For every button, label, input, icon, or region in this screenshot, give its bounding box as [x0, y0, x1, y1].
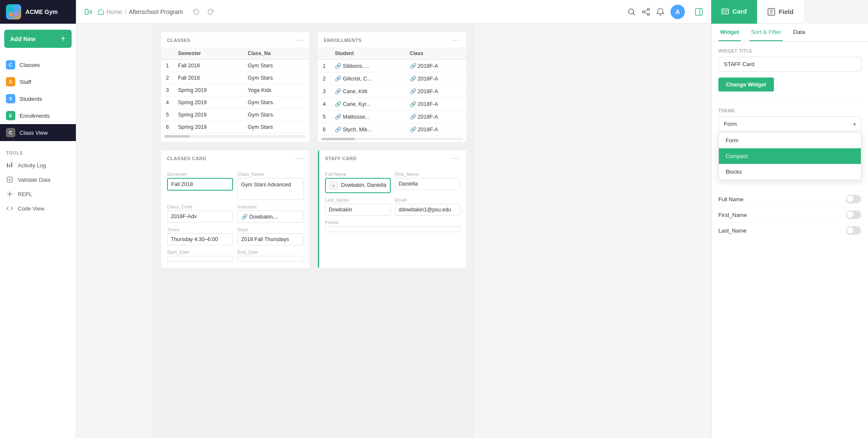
table-row[interactable]: 3 Spring 2019 Yoga Kids — [161, 84, 309, 97]
table-row[interactable]: 3 🔗Cane, Kitti 🔗2018F-A — [318, 85, 466, 98]
sidebar-item-enrollments[interactable]: E Enrollments — [0, 107, 76, 124]
row-classname: Gym Stars — [244, 72, 309, 84]
tool-code-view[interactable]: Code View — [0, 201, 76, 216]
days-value[interactable]: 2018 Fall Thursdays — [237, 233, 303, 245]
semester-label: Semester — [167, 172, 233, 177]
enrollments-widget-header: ENROLLMENTS ··· — [318, 32, 466, 47]
row-class: 🔗2018F-A — [406, 60, 466, 72]
table-row[interactable]: 2 Fall 2018 Gym Stars — [161, 72, 309, 84]
undo-button[interactable] — [191, 6, 202, 17]
last-name-toggle[interactable] — [846, 226, 861, 235]
end-date-value[interactable] — [237, 256, 303, 262]
enrollments-menu-button[interactable]: ··· — [452, 36, 460, 44]
sidebar-item-staff[interactable]: S Staff — [0, 73, 76, 90]
row-semester: Fall 2018 — [174, 60, 244, 72]
times-value[interactable]: Thursday 4:30–6:00 — [167, 233, 233, 245]
theme-option-compact[interactable]: Compact — [719, 148, 861, 164]
classes-menu-button[interactable]: ··· — [295, 36, 303, 44]
table-row[interactable]: 5 Spring 2019 Gym Stars. — [161, 109, 309, 121]
header-actions: A — [627, 5, 685, 19]
row-class: 🔗2018F-A — [406, 72, 466, 85]
full-name-toggle-label: Full Name — [718, 196, 743, 202]
row-student: 🔗Mattissse... — [331, 111, 406, 123]
sidebar-toggle-button[interactable] — [83, 6, 94, 17]
class-name-label: Class_Name — [237, 172, 303, 177]
svg-rect-27 — [725, 12, 727, 13]
widget-title-input[interactable] — [718, 57, 861, 72]
theme-option-form[interactable]: Form — [719, 133, 861, 148]
field-toggle-full-name: Full Name — [718, 191, 861, 207]
enrollments-scrollbar[interactable] — [321, 138, 463, 140]
search-button[interactable] — [627, 8, 636, 16]
field-tab[interactable]: Field — [757, 0, 804, 24]
table-row[interactable]: 4 🔗Cane, Kyr... 🔗2018F-A — [318, 98, 466, 111]
row-student: 🔗Gillcrist, C... — [331, 72, 406, 85]
classes-col-semester[interactable]: Semester — [174, 47, 244, 60]
home-link[interactable]: Home — [97, 8, 122, 15]
card-tab[interactable]: Card — [711, 0, 757, 24]
svg-line-21 — [644, 10, 648, 11]
classes-scrollbar[interactable] — [164, 135, 306, 138]
classes-icon: C — [6, 60, 15, 69]
rp-tab-widget[interactable]: Widget — [718, 24, 741, 41]
change-widget-button[interactable]: Change Widget — [718, 78, 774, 91]
tool-repl[interactable]: REPL — [0, 187, 76, 201]
table-row[interactable]: 1 🔗Sibbons, ... 🔗2018F-A — [318, 60, 466, 72]
right-panel-header: Card Field — [711, 0, 868, 24]
start-date-value[interactable] — [167, 256, 233, 262]
classes-card-menu-button[interactable]: ··· — [295, 155, 303, 162]
rp-tab-sort-filter[interactable]: Sort & Filter — [749, 24, 783, 41]
table-row[interactable]: 6 Spring 2019 Gym Stars — [161, 121, 309, 133]
row-student: 🔗Stych, Mik... — [331, 123, 406, 136]
svg-line-20 — [644, 12, 648, 14]
row-classname: Gym Stars. — [244, 97, 309, 109]
validate-icon — [6, 176, 14, 183]
tool-validate-data[interactable]: Validate Data — [0, 172, 76, 187]
full-name-toggle[interactable] — [846, 195, 861, 203]
staff-card-menu-button[interactable]: ··· — [452, 155, 460, 162]
sidebar-item-classes[interactable]: C Classes — [0, 56, 76, 73]
tool-activity-log[interactable]: Activity Log — [0, 158, 76, 172]
phone-value[interactable] — [325, 226, 460, 232]
svg-point-18 — [648, 13, 650, 15]
notifications-button[interactable] — [656, 8, 665, 16]
svg-rect-4 — [7, 163, 8, 167]
classes-col-classname[interactable]: Class_Na — [244, 47, 309, 60]
instructor-value[interactable]: 🔗 Dowbakin,... — [237, 211, 303, 223]
last-name-value[interactable]: Dowbakin — [325, 204, 391, 216]
end-date-field: End_Date — [237, 249, 303, 262]
svg-point-19 — [643, 11, 645, 13]
rp-tab-data[interactable]: Data — [791, 24, 807, 41]
class-code-value[interactable]: 2018F-Adv — [167, 211, 233, 222]
sidebar-item-class-view[interactable]: C Class View — [0, 124, 76, 141]
redo-button[interactable] — [205, 6, 216, 17]
row-number: 6 — [161, 121, 174, 133]
table-row[interactable]: 1 Fall 2018 Gym Stars — [161, 60, 309, 72]
first-name-toggle[interactable] — [846, 211, 861, 219]
semester-value[interactable]: Fall 2018 — [167, 178, 233, 191]
row-number: 6 — [318, 123, 331, 136]
enrollments-icon: E — [6, 111, 15, 120]
theme-option-blocks[interactable]: Blocks — [719, 164, 861, 180]
full-name-label: Full Name — [325, 172, 391, 177]
right-panel-toggle[interactable] — [693, 6, 704, 17]
table-row[interactable]: 5 🔗Mattissse... 🔗2018F-A — [318, 111, 466, 123]
table-row[interactable]: 2 🔗Gillcrist, C... 🔗2018F-A — [318, 72, 466, 85]
enrollments-col-student[interactable]: Student — [331, 47, 406, 60]
first-name-value[interactable]: Daniella — [395, 178, 461, 190]
email-value[interactable]: ddowbakin1@psu.edu — [395, 204, 461, 216]
enrollments-col-class[interactable]: Class — [406, 47, 466, 60]
add-new-button[interactable]: Add New + — [4, 30, 72, 48]
share-button[interactable] — [642, 8, 650, 16]
breadcrumb: Home / Afterschool Program — [97, 8, 183, 15]
avatar[interactable]: A — [670, 5, 685, 19]
sidebar-item-students[interactable]: S Students — [0, 90, 76, 107]
table-row[interactable]: 4 Spring 2019 Gym Stars. — [161, 97, 309, 109]
theme-select[interactable]: Form — [718, 116, 861, 131]
full-name-field: Full Name ≡ Dowbakin, Daniella — [325, 172, 391, 193]
table-row[interactable]: 6 🔗Stych, Mik... 🔗2018F-A — [318, 123, 466, 136]
row-number: 2 — [318, 72, 331, 85]
full-name-value[interactable]: ≡ Dowbakin, Daniella — [325, 178, 391, 193]
app-name: ACME Gym — [25, 8, 58, 15]
class-name-value[interactable]: Gym Stars Advanced — [237, 178, 303, 200]
